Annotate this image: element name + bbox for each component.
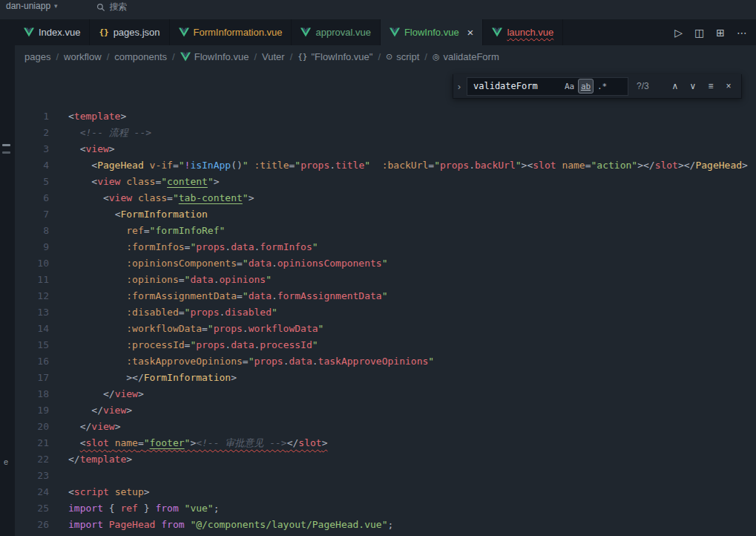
line-content: <template> bbox=[68, 108, 126, 125]
line-number: 8 bbox=[15, 223, 49, 239]
tab-actions: ▷◫⊞⋯ bbox=[665, 19, 756, 45]
code-line: 8 ref="formInfoRef" bbox=[15, 223, 756, 239]
braces-icon: {} bbox=[298, 52, 307, 62]
code-line: 25import { ref } from "vue"; bbox=[15, 500, 756, 517]
command-center-search[interactable]: 搜索 bbox=[96, 0, 128, 13]
line-content: <PageHead v-if="!isInApp()" :title="prop… bbox=[68, 157, 748, 174]
code-line: 22</template> bbox=[15, 451, 756, 468]
line-number: 26 bbox=[15, 517, 49, 533]
breadcrumb-label: workflow bbox=[64, 51, 102, 62]
code-line: 16 :taskApproveOpinions="props.data.task… bbox=[15, 353, 756, 370]
line-content: :formAssignmentData="data.formAssignment… bbox=[68, 288, 388, 304]
tab-close-icon[interactable]: × bbox=[467, 27, 474, 38]
code-line: 6 <view class="tab-content"> bbox=[15, 190, 756, 206]
line-content: <slot name="footer"><!-- 审批意见 --></slot> bbox=[68, 435, 327, 451]
breadcrumb-separator: / bbox=[107, 51, 110, 62]
vue-icon bbox=[492, 27, 502, 37]
code-line: 12 :formAssignmentData="data.formAssignm… bbox=[15, 288, 756, 304]
breadcrumb-item-validateForm[interactable]: ◎validateForm bbox=[433, 51, 499, 62]
code-line: 9 :formInfos="props.data.formInfos" bbox=[15, 239, 756, 255]
tab-FlowInfo.vue[interactable]: FlowInfo.vue× bbox=[381, 19, 483, 45]
tab-pages.json[interactable]: {}pages.json bbox=[90, 19, 169, 45]
editor-layout-icon[interactable]: ⊞ bbox=[716, 27, 725, 39]
workspace-menu[interactable]: dan-uniapp ▾ bbox=[6, 0, 58, 11]
run-icon[interactable]: ▷ bbox=[674, 27, 683, 39]
tab-launch.vue[interactable]: launch.vue bbox=[483, 19, 563, 45]
breadcrumb-separator: / bbox=[424, 51, 427, 62]
line-content: :opinionsComponents="data.opinionsCompon… bbox=[68, 255, 388, 272]
breadcrumb-label: script bbox=[396, 51, 419, 62]
line-content: </view> bbox=[68, 386, 144, 402]
breadcrumb-item-pages[interactable]: pages bbox=[24, 51, 50, 62]
find-query-input[interactable] bbox=[473, 81, 561, 91]
code-area[interactable]: 1<template>2 <!-- 流程 -->3 <view>4 <PageH… bbox=[15, 68, 756, 533]
breadcrumb-item-components[interactable]: components bbox=[114, 51, 167, 62]
breadcrumb-label: "FlowInfo.vue" bbox=[312, 51, 373, 62]
symbol-method-icon: ◎ bbox=[433, 52, 440, 62]
line-content: <view class="tab-content"> bbox=[68, 190, 254, 206]
line-number: 12 bbox=[15, 288, 49, 304]
line-content: </template> bbox=[68, 451, 132, 468]
find-expand-toggle[interactable]: › bbox=[453, 74, 465, 98]
breadcrumb-item-workflow[interactable]: workflow bbox=[64, 51, 102, 62]
breadcrumb-separator: / bbox=[172, 51, 175, 62]
find-previous-button[interactable]: ∧ bbox=[667, 78, 683, 94]
find-next-button[interactable]: ∨ bbox=[685, 78, 701, 94]
tab-label: FlowInfo.vue bbox=[404, 27, 459, 38]
line-number: 6 bbox=[15, 190, 49, 206]
line-number: 7 bbox=[15, 206, 49, 223]
breadcrumb-item-FlowInfo.vue[interactable]: FlowInfo.vue bbox=[180, 51, 249, 62]
breadcrumb-item-Vuter[interactable]: Vuter bbox=[262, 51, 285, 62]
whole-word-button[interactable]: ab bbox=[578, 79, 594, 94]
line-number: 1 bbox=[15, 108, 49, 125]
strip-cutoff-text: e bbox=[4, 457, 8, 466]
line-number: 23 bbox=[15, 468, 49, 484]
line-number: 5 bbox=[15, 174, 49, 190]
line-number: 24 bbox=[15, 484, 49, 500]
editor[interactable]: › Aa ab .* ?/3 ∧ ∨ ≡ × 1<template>2 <!--… bbox=[15, 68, 756, 536]
breadcrumb-item-FlowInfo.vue[interactable]: {}"FlowInfo.vue" bbox=[298, 51, 372, 62]
code-line: 4 <PageHead v-if="!isInApp()" :title="pr… bbox=[15, 157, 756, 174]
code-line: 2 <!-- 流程 --> bbox=[15, 125, 756, 141]
breadcrumb-separator: / bbox=[290, 51, 293, 62]
vue-icon bbox=[300, 27, 311, 37]
tab-FormInformation.vue[interactable]: FormInformation.vue bbox=[170, 19, 292, 45]
code-line: 1<template> bbox=[15, 108, 756, 125]
line-content: import PageHead from "@/components/layou… bbox=[68, 517, 393, 533]
json-braces-icon: {} bbox=[99, 27, 108, 37]
breadcrumb-label: validateForm bbox=[444, 51, 499, 62]
code-line: 21 <slot name="footer"><!-- 审批意见 --></sl… bbox=[15, 435, 756, 451]
match-case-button[interactable]: Aa bbox=[562, 79, 577, 94]
line-content: :workflowData="props.workflowData" bbox=[68, 321, 323, 337]
line-number: 13 bbox=[15, 304, 49, 321]
code-line: 26import PageHead from "@/components/lay… bbox=[15, 517, 756, 533]
find-close-button[interactable]: × bbox=[720, 78, 737, 94]
tab-approval.vue[interactable]: approval.vue bbox=[292, 19, 380, 45]
tabs: Index.vue{}pages.jsonFormInformation.vue… bbox=[15, 19, 563, 45]
vue-icon bbox=[389, 27, 400, 37]
breadcrumb-label: pages bbox=[24, 51, 50, 62]
line-number: 14 bbox=[15, 321, 49, 337]
line-content: </view> bbox=[68, 419, 120, 435]
tab-Index.vue[interactable]: Index.vue bbox=[15, 19, 90, 45]
breadcrumb-item-script[interactable]: ⊙script bbox=[386, 51, 419, 62]
more-actions-icon[interactable]: ⋯ bbox=[737, 27, 747, 39]
vue-icon bbox=[180, 52, 191, 62]
code-line: 10 :opinionsComponents="data.opinionsCom… bbox=[15, 255, 756, 272]
split-editor-icon[interactable]: ◫ bbox=[694, 27, 704, 39]
tab-label: launch.vue bbox=[507, 27, 553, 38]
vue-icon bbox=[24, 27, 34, 37]
tab-label: Index.vue bbox=[39, 27, 80, 38]
code-line: 20 </view> bbox=[15, 419, 756, 435]
title-bar: dan-uniapp ▾ 搜索 bbox=[0, 0, 756, 19]
line-number: 17 bbox=[15, 370, 49, 386]
find-in-selection-button[interactable]: ≡ bbox=[703, 78, 719, 94]
breadcrumb-separator: / bbox=[378, 51, 381, 62]
code-line: 13 :disabled="props.disabled" bbox=[15, 304, 756, 321]
line-content: ></FormInformation> bbox=[68, 370, 237, 386]
line-content: <view class="content"> bbox=[68, 174, 220, 190]
code-line: 3 <view> bbox=[15, 141, 756, 157]
regex-button[interactable]: .* bbox=[594, 79, 610, 94]
line-content: import { ref } from "vue"; bbox=[68, 500, 220, 517]
chevron-down-icon: ▾ bbox=[54, 2, 58, 10]
